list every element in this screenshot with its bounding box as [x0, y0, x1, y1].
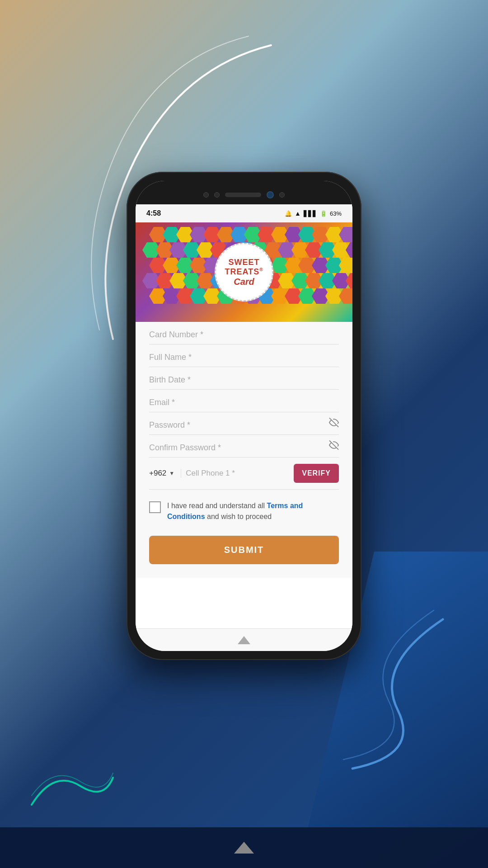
confirm-password-field: [149, 435, 339, 458]
svg-marker-14: [339, 227, 352, 242]
cell-phone-input[interactable]: [186, 469, 289, 478]
terms-text: I have read and understand all Terms and…: [167, 500, 339, 522]
phone-shell: 4:58 🔔 ▲ ▋▋▋ 🔋 63%: [127, 172, 361, 660]
birth-date-input[interactable]: [149, 375, 339, 385]
country-code-value: +962: [149, 469, 166, 478]
camera-dot-1: [203, 192, 209, 198]
phone-bottom-bar: [136, 628, 352, 651]
confirm-password-input[interactable]: [149, 443, 339, 453]
terms-suffix: and wish to proceed: [205, 513, 272, 520]
submit-button[interactable]: SUBMIT: [149, 536, 339, 564]
password-field: [149, 412, 339, 435]
camera-dot-3: [279, 192, 285, 198]
registration-form: +962 ▼ VERIFY: [136, 322, 352, 490]
app-logo: SWEET TREATS® Card: [215, 243, 273, 302]
password-toggle-icon[interactable]: [329, 417, 339, 429]
email-input[interactable]: [149, 398, 339, 407]
header-banner: SWEET TREATS® Card: [136, 222, 352, 322]
svg-marker-45: [339, 258, 352, 273]
phone-row: +962 ▼ VERIFY: [149, 458, 339, 490]
home-indicator: [238, 636, 250, 644]
logo-sweet: SWEET: [228, 258, 259, 267]
chevron-down-icon: ▼: [169, 470, 174, 476]
status-icons: 🔔 ▲ ▋▋▋ 🔋 63%: [285, 210, 342, 217]
back-button[interactable]: [234, 842, 254, 854]
speaker: [225, 193, 261, 197]
svg-marker-76: [339, 288, 352, 304]
confirm-password-toggle-icon[interactable]: [329, 440, 339, 452]
password-input[interactable]: [149, 420, 339, 430]
phone-device: 4:58 🔔 ▲ ▋▋▋ 🔋 63%: [127, 172, 361, 660]
terms-checkbox[interactable]: [149, 501, 161, 513]
birth-date-field: [149, 367, 339, 390]
battery-percent: 63%: [330, 210, 342, 217]
card-number-input[interactable]: [149, 330, 339, 340]
alarm-icon: 🔔: [285, 210, 292, 217]
email-field: [149, 390, 339, 412]
status-bar: 4:58 🔔 ▲ ▋▋▋ 🔋 63%: [136, 204, 352, 222]
full-name-field: [149, 344, 339, 367]
submit-wrap: SUBMIT: [136, 531, 352, 578]
full-name-input[interactable]: [149, 353, 339, 362]
wifi-icon: ▲: [295, 210, 301, 217]
terms-row: I have read and understand all Terms and…: [136, 490, 352, 531]
logo-treats: TREATS®: [225, 267, 263, 277]
camera-dot-2: [214, 192, 220, 198]
card-number-field: [149, 322, 339, 344]
status-time: 4:58: [146, 209, 161, 217]
phone-screen: 4:58 🔔 ▲ ▋▋▋ 🔋 63%: [136, 181, 352, 651]
logo-card: Card: [234, 277, 254, 287]
verify-button[interactable]: VERIFY: [294, 464, 339, 483]
system-nav-bar: [0, 827, 488, 868]
country-code-selector[interactable]: +962 ▼: [149, 469, 181, 478]
app-content: SWEET TREATS® Card: [136, 222, 352, 628]
teal-swirl-decoration: [27, 760, 117, 814]
front-camera: [267, 191, 274, 198]
signal-icon: ▋▋▋: [304, 210, 317, 217]
terms-prefix: I have read and understand all: [167, 502, 267, 509]
phone-top-bar: [136, 181, 352, 204]
battery-icon: 🔋: [320, 210, 327, 217]
